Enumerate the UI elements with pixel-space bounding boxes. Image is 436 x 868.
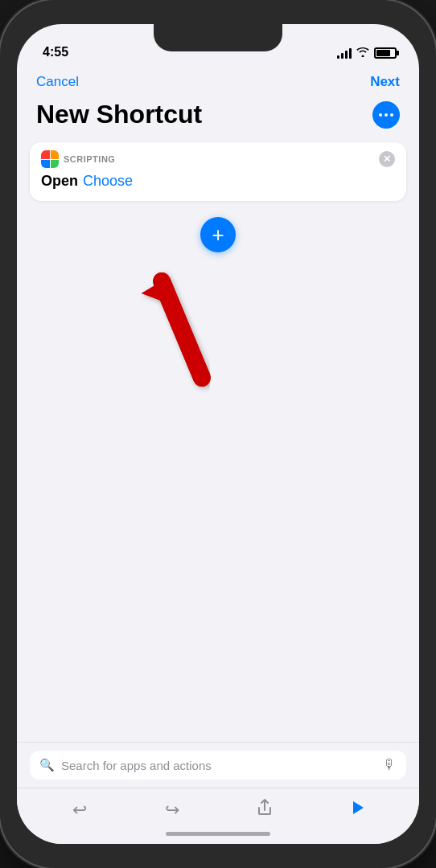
notch bbox=[154, 24, 282, 51]
close-card-button[interactable]: ✕ bbox=[379, 151, 395, 167]
next-button[interactable]: Next bbox=[370, 74, 400, 90]
action-card: SCRIPTING ✕ Open Choose bbox=[30, 142, 406, 201]
card-header: SCRIPTING ✕ bbox=[41, 150, 395, 168]
card-action-row: Open Choose bbox=[41, 173, 395, 190]
action-open-label: Open bbox=[41, 173, 78, 190]
search-container: 🔍 Search for apps and actions 🎙 bbox=[17, 742, 419, 788]
category-label: SCRIPTING bbox=[64, 154, 115, 164]
plus-icon: + bbox=[212, 224, 224, 245]
battery-icon bbox=[374, 47, 397, 59]
scripting-icon bbox=[41, 150, 59, 168]
search-placeholder-text: Search for apps and actions bbox=[61, 759, 376, 772]
status-time: 4:55 bbox=[39, 45, 68, 59]
play-button[interactable] bbox=[342, 795, 372, 825]
microphone-icon[interactable]: 🎙 bbox=[383, 757, 397, 773]
search-icon: 🔍 bbox=[39, 758, 55, 772]
nav-bar: Cancel Next bbox=[17, 64, 419, 96]
redo-button[interactable]: ↪ bbox=[157, 795, 187, 825]
share-button[interactable] bbox=[249, 795, 280, 825]
main-content-area: 🔍 Search for apps and actions 🎙 ↩ ↪ bbox=[17, 252, 419, 844]
undo-button[interactable]: ↩ bbox=[64, 795, 95, 825]
add-button-wrapper: + bbox=[17, 214, 419, 252]
home-indicator bbox=[166, 832, 270, 836]
card-category: SCRIPTING bbox=[41, 150, 115, 168]
more-options-button[interactable] bbox=[372, 101, 400, 129]
add-action-button[interactable]: + bbox=[200, 217, 236, 252]
phone-frame: 4:55 bbox=[0, 0, 436, 868]
more-dots-icon bbox=[379, 113, 393, 117]
signal-icon bbox=[337, 47, 352, 59]
status-icons bbox=[337, 47, 397, 59]
undo-icon: ↩ bbox=[72, 800, 87, 821]
content-area: Cancel Next New Shortcut bbox=[17, 64, 419, 844]
play-icon bbox=[348, 799, 366, 821]
page-title: New Shortcut bbox=[36, 100, 202, 129]
redo-icon: ↪ bbox=[165, 800, 179, 821]
wifi-icon bbox=[356, 47, 369, 59]
phone-screen: 4:55 bbox=[17, 24, 419, 844]
cancel-button[interactable]: Cancel bbox=[36, 74, 79, 90]
share-icon bbox=[256, 799, 274, 821]
action-choose-button[interactable]: Choose bbox=[83, 173, 133, 190]
svg-marker-4 bbox=[353, 801, 364, 814]
page-header: New Shortcut bbox=[17, 96, 419, 142]
search-bar[interactable]: 🔍 Search for apps and actions 🎙 bbox=[30, 751, 406, 780]
